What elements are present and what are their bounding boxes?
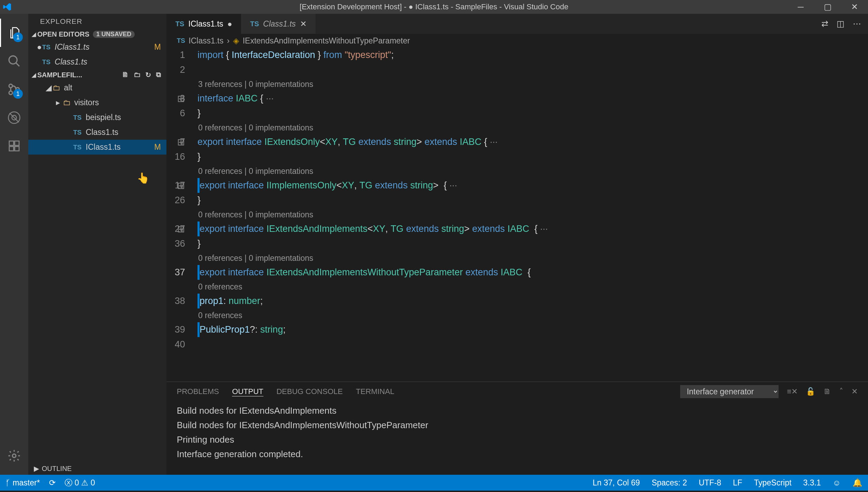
code-line[interactable]: PublicProp1?: string;	[197, 322, 868, 337]
cursor-position[interactable]: Ln 37, Col 69	[593, 478, 640, 488]
codelens[interactable]: 0 references | 0 implementations	[197, 208, 868, 222]
breadcrumb-symbol[interactable]: IExtendsAndImplementsWithoutTypeParamete…	[243, 36, 410, 46]
more-icon[interactable]: ⋯	[853, 19, 861, 29]
title-bar: [Extension Development Host] - ● IClass1…	[0, 0, 868, 14]
code-line[interactable]: interface IABC { ···	[197, 91, 868, 106]
code-line[interactable]: }	[197, 106, 868, 121]
codelens[interactable]: 0 references	[197, 280, 868, 294]
editor-tab[interactable]: TSClass1.ts✕	[241, 14, 315, 34]
maximize-button[interactable]: ▢	[814, 0, 841, 14]
split-editor-icon[interactable]: ◫	[837, 19, 845, 29]
encoding[interactable]: UTF-8	[699, 478, 721, 488]
ts-icon: TS	[175, 20, 184, 28]
folder-item[interactable]: ▸🗀visitors	[28, 95, 166, 110]
output-channel-select[interactable]: Interface generator	[680, 385, 779, 398]
lock-scroll-icon[interactable]: 🔓	[806, 387, 815, 396]
panel-tab[interactable]: PROBLEMS	[177, 387, 219, 396]
codelens[interactable]: 0 references | 0 implementations	[197, 164, 868, 178]
breadcrumbs[interactable]: TS IClass1.ts › ◈ IExtendsAndImplementsW…	[166, 34, 868, 48]
panel-close-icon[interactable]: ✕	[851, 387, 858, 396]
ts-icon: TS	[42, 43, 50, 51]
search-icon[interactable]	[0, 47, 28, 75]
codelens[interactable]: 3 references | 0 implementations	[197, 77, 868, 91]
open-editor-item[interactable]: TSClass1.ts	[28, 55, 166, 69]
indentation[interactable]: Spaces: 2	[652, 478, 687, 488]
panel-tab[interactable]: DEBUG CONSOLE	[277, 387, 343, 396]
language-mode[interactable]: TypeScript	[754, 478, 792, 488]
code-line[interactable]: export interface IExtendsOnly<XY, TG ext…	[197, 135, 868, 149]
file-item[interactable]: TSClass1.ts	[28, 125, 166, 140]
code-editor[interactable]: 123⊞67⊞1617⊞2627⊞3637383940 import { Int…	[166, 48, 868, 382]
code-line[interactable]: import { InterfaceDeclaration } from "ty…	[197, 48, 868, 62]
file-item[interactable]: TSbeispiel.ts	[28, 110, 166, 125]
new-folder-icon[interactable]: 🗀	[134, 71, 141, 79]
open-log-icon[interactable]: 🗎	[823, 387, 831, 396]
code-line[interactable]: }	[197, 149, 868, 164]
code-line[interactable]: export interface IExtendsAndImplementsWi…	[197, 265, 868, 280]
codelens[interactable]: 0 references | 0 implementations	[197, 251, 868, 265]
feedback-icon[interactable]: ☺	[833, 478, 841, 488]
code-line[interactable]: export interface IImplementsOnly<XY, TG …	[197, 178, 868, 193]
open-editors-header[interactable]: ◢ OPEN EDITORS 1 UNSAVED	[28, 29, 166, 40]
compare-icon[interactable]: ⇄	[821, 19, 828, 29]
codelens[interactable]: 0 references | 0 implementations	[197, 121, 868, 135]
output-body[interactable]: Build nodes for IExtendsAndImplementsBui…	[166, 401, 868, 475]
close-tab-icon[interactable]: ✕	[300, 19, 307, 29]
scm-icon[interactable]: 1	[0, 75, 28, 104]
tab-label: Class1.ts	[263, 19, 296, 29]
workspace-header[interactable]: ◢ SAMPLEFIL... 🗎 🗀 ↻ ⧉	[28, 69, 166, 80]
scm-badge: 1	[13, 89, 23, 99]
line-number: 36	[166, 236, 185, 251]
editor-group: TSIClass1.ts●TSClass1.ts✕ ⇄ ◫ ⋯ TS IClas…	[166, 14, 868, 475]
open-editor-item[interactable]: ●TSIClass1.tsM	[28, 40, 166, 55]
line-number: 6	[166, 106, 185, 121]
file-item[interactable]: TSIClass1.tsM	[28, 140, 166, 155]
panel-tab[interactable]: TERMINAL	[356, 387, 394, 396]
code-line[interactable]	[197, 337, 868, 352]
line-number: 7⊞	[166, 135, 185, 149]
panel-tab[interactable]: OUTPUT	[232, 387, 263, 396]
item-name: Class1.ts	[86, 128, 118, 137]
clear-output-icon[interactable]: ≡✕	[787, 387, 798, 396]
new-file-icon[interactable]: 🗎	[122, 71, 129, 79]
sync-icon[interactable]: ⟳	[49, 478, 56, 488]
folder-item[interactable]: ◢🗀alt	[28, 80, 166, 95]
unsaved-badge: 1 UNSAVED	[93, 31, 135, 38]
debug-icon[interactable]	[0, 104, 28, 132]
notifications-icon[interactable]: 🔔	[852, 478, 862, 488]
outline-header[interactable]: ▶ OUTLINE	[28, 462, 166, 475]
panel: PROBLEMSOUTPUTDEBUG CONSOLETERMINAL Inte…	[166, 382, 868, 475]
svg-point-0	[9, 56, 17, 64]
explorer-icon[interactable]: 1	[0, 19, 28, 47]
open-editors-label: OPEN EDITORS	[37, 30, 89, 38]
typescript-version[interactable]: 3.3.1	[803, 478, 821, 488]
code-line[interactable]: export interface IExtendsAndImplements<X…	[197, 222, 868, 236]
code-line[interactable]: prop1: number;	[197, 294, 868, 308]
git-branch[interactable]: ᚶ master*	[6, 478, 40, 488]
line-number: 39	[166, 322, 185, 337]
ts-icon: TS	[73, 144, 81, 151]
collapse-icon[interactable]: ⧉	[156, 71, 161, 79]
chevron-icon: ▸	[56, 98, 63, 107]
codelens[interactable]: 0 references	[197, 308, 868, 322]
breadcrumb-file[interactable]: IClass1.ts	[189, 36, 223, 46]
ts-icon: TS	[42, 58, 50, 66]
problems-status[interactable]: ⓧ 0 ⚠ 0	[65, 478, 95, 488]
dirty-indicator[interactable]: ●	[228, 19, 232, 29]
settings-icon[interactable]	[0, 442, 28, 470]
line-number: 3⊞	[166, 91, 185, 106]
eol[interactable]: LF	[733, 478, 742, 488]
ts-icon: TS	[250, 20, 259, 28]
minimize-button[interactable]: ─	[787, 0, 814, 14]
svg-rect-10	[15, 147, 19, 151]
extensions-icon[interactable]	[0, 132, 28, 160]
code-line[interactable]	[197, 62, 868, 77]
refresh-icon[interactable]: ↻	[145, 71, 151, 79]
close-button[interactable]: ✕	[841, 0, 868, 14]
output-line: Interface generation completed.	[177, 447, 858, 461]
editor-tab[interactable]: TSIClass1.ts●	[166, 14, 241, 34]
panel-collapse-icon[interactable]: ˄	[839, 387, 843, 396]
code-line[interactable]: }	[197, 236, 868, 251]
code-line[interactable]: }	[197, 193, 868, 208]
vscode-logo-icon	[3, 2, 12, 11]
